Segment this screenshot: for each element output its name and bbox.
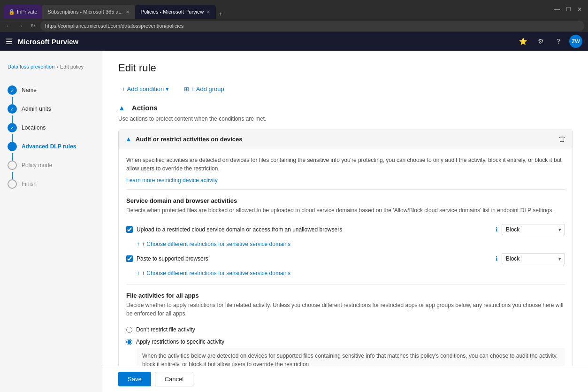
save-button[interactable]: Save <box>118 372 151 386</box>
app-title: Microsoft Purview <box>18 38 78 46</box>
minimize-button[interactable]: — <box>552 5 562 14</box>
paste-browsers-row: Paste to supported browsers ℹ Audit only… <box>126 249 565 268</box>
nav-icons: ⭐ ⚙ ? ZW <box>516 34 582 48</box>
learn-more-link[interactable]: Learn more restricting device activity <box>126 177 218 184</box>
step-label-admin: Admin units <box>22 106 51 112</box>
step-circle-locations: ✓ <box>8 123 17 132</box>
actions-toggle-icon[interactable]: ▲ <box>118 104 125 112</box>
tab-policies-label: Policies - Microsoft Purview <box>141 9 204 15</box>
private-icon: 🔒 <box>8 9 15 15</box>
add-restriction-upload-label: + Choose different restrictions for sens… <box>142 241 290 247</box>
radio-dont-restrict-row: Don't restrict file activity <box>126 323 565 336</box>
step-locations: ✓ Locations <box>0 118 103 137</box>
tab-private-label: InPrivate <box>17 9 37 15</box>
subsection-body: When specified activities are detected o… <box>119 148 573 392</box>
browser-chrome: 🔒 InPrivate Subscriptions - Microsoft 36… <box>0 0 588 19</box>
step-circle-finish <box>8 179 17 189</box>
maximize-button[interactable]: ☐ <box>564 5 573 14</box>
help-icon[interactable]: ? <box>551 34 565 48</box>
cancel-button[interactable]: Cancel <box>155 372 193 386</box>
step-name: ✓ Name <box>0 81 103 100</box>
breadcrumb-current: Edit policy <box>60 64 84 69</box>
step-label-advanced: Advanced DLP rules <box>22 143 76 150</box>
step-circle-name: ✓ <box>8 85 17 95</box>
tab-policies[interactable]: Policies - Microsoft Purview ✕ <box>135 5 216 19</box>
paste-browsers-dropdown-wrapper: Audit only Block Block with override <box>502 253 565 264</box>
paste-browsers-dropdown[interactable]: Audit only Block Block with override <box>502 253 565 264</box>
breadcrumb-parent[interactable]: Data loss prevention <box>8 64 54 69</box>
step-circle-admin: ✓ <box>8 104 17 114</box>
step-advanced-dlp: Advanced DLP rules <box>0 137 103 156</box>
main-layout: Data loss prevention › Edit policy ✓ Nam… <box>0 51 588 392</box>
actions-heading: Actions <box>132 104 158 112</box>
divider-2 <box>126 284 565 284</box>
paste-browsers-checkbox[interactable] <box>126 255 133 262</box>
add-restriction-paste-button[interactable]: + + Choose different restrictions for se… <box>126 268 290 278</box>
tab-private[interactable]: 🔒 InPrivate <box>4 5 42 19</box>
service-domain-title: Service domain and browser activities <box>126 197 565 204</box>
browser-controls: — ☐ ✕ <box>552 5 584 14</box>
app-container: ☰ Microsoft Purview ⭐ ⚙ ? ZW Data loss p… <box>0 32 588 392</box>
paste-browsers-label: Paste to supported browsers <box>137 255 492 262</box>
upload-cloud-dropdown-wrapper: Audit only Block Block with override <box>502 224 565 235</box>
step-finish: Finish <box>0 175 103 193</box>
tab-subscriptions-close[interactable]: ✕ <box>126 9 130 15</box>
panel-title: Edit rule <box>118 62 573 74</box>
step-policy-mode: Policy mode <box>0 156 103 175</box>
step-label-locations: Locations <box>22 124 46 131</box>
bottom-bar: Save Cancel <box>103 366 588 392</box>
new-tab-button[interactable]: + <box>216 9 225 19</box>
radio-apply-restrictions-label: Apply restrictions to specific activity <box>136 338 224 345</box>
subsection-body-text: When specified activities are detected o… <box>126 156 565 173</box>
breadcrumb-separator: › <box>56 64 58 69</box>
upload-cloud-checkbox[interactable] <box>126 226 133 233</box>
divider-1 <box>126 189 565 190</box>
close-button[interactable]: ✕ <box>575 5 584 14</box>
forward-button[interactable]: → <box>16 21 25 31</box>
actions-heading-row: ▲ Actions <box>118 104 573 112</box>
add-condition-button[interactable]: + Add condition ▾ <box>118 84 173 94</box>
subsection-toggle-icon[interactable]: ▲ <box>125 135 132 143</box>
browser-tabs: 🔒 InPrivate Subscriptions - Microsoft 36… <box>4 0 550 19</box>
add-restriction-upload-button[interactable]: + + Choose different restrictions for se… <box>126 239 290 249</box>
step-circle-advanced <box>8 142 17 151</box>
step-circle-policy <box>8 161 17 170</box>
chevron-down-icon: ▾ <box>166 85 169 92</box>
back-button[interactable]: ← <box>4 21 13 31</box>
tab-policies-close[interactable]: ✕ <box>206 9 210 15</box>
tab-subscriptions[interactable]: Subscriptions - Microsoft 365 a... ✕ <box>42 5 135 19</box>
actions-section: ▲ Actions Use actions to protect content… <box>118 104 573 392</box>
avatar[interactable]: ZW <box>569 35 582 48</box>
radio-apply-restrictions[interactable] <box>126 339 132 345</box>
audit-restrict-subsection: ▲ Audit or restrict activities on device… <box>118 130 573 392</box>
settings-icon[interactable]: ⚙ <box>534 34 548 48</box>
step-label-name: Name <box>22 87 37 93</box>
actions-description: Use actions to protect content when the … <box>118 115 573 122</box>
add-group-label: + Add group <box>191 85 224 92</box>
upload-cloud-row: Upload to a restricted cloud service dom… <box>126 220 565 239</box>
upload-cloud-dropdown[interactable]: Audit only Block Block with override <box>502 224 565 235</box>
add-group-button[interactable]: ⊞ + Add group <box>180 84 228 94</box>
upload-cloud-label: Upload to a restricted cloud service dom… <box>137 226 492 233</box>
add-condition-label: + Add condition <box>122 85 164 92</box>
edit-rule-panel: Edit rule + Add condition ▾ ⊞ + Add grou… <box>103 51 588 392</box>
hamburger-icon[interactable]: ☰ <box>6 37 12 46</box>
add-restriction-paste-label: + Choose different restrictions for sens… <box>142 270 290 277</box>
radio-dont-restrict[interactable] <box>126 327 132 333</box>
radio-apply-restrictions-row: Apply restrictions to specific activity <box>126 336 565 348</box>
file-activities-desc: Decide whether to apply restrictions for… <box>126 301 565 318</box>
top-nav: ☰ Microsoft Purview ⭐ ⚙ ? ZW <box>0 32 588 51</box>
paste-browsers-info-icon[interactable]: ℹ <box>496 255 498 262</box>
step-label-finish: Finish <box>22 181 37 187</box>
subsection-title: Audit or restrict activities on devices <box>136 136 558 143</box>
upload-cloud-info-icon[interactable]: ℹ <box>496 226 498 233</box>
subsection-header: ▲ Audit or restrict activities on device… <box>119 130 573 148</box>
delete-subsection-button[interactable]: 🗑 <box>558 135 566 143</box>
step-label-policy: Policy mode <box>22 162 52 169</box>
service-domain-desc: Detects when protected files are blocked… <box>126 206 565 215</box>
whatsnew-icon[interactable]: ⭐ <box>516 34 530 48</box>
file-activities-title: File activities for all apps <box>126 292 565 299</box>
address-input[interactable] <box>40 21 584 31</box>
refresh-button[interactable]: ↻ <box>28 21 38 31</box>
plus-icon-1: + <box>137 241 140 247</box>
